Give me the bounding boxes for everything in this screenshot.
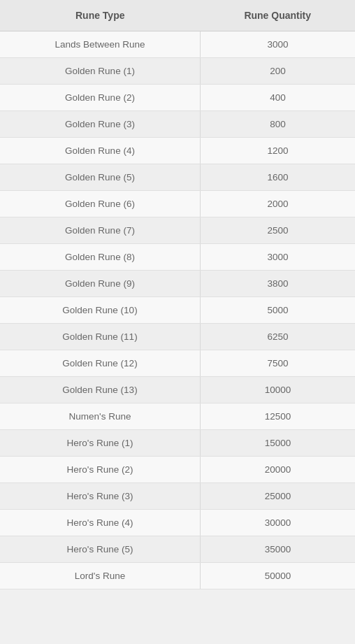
- rune-quantity-cell: 3000: [200, 31, 355, 58]
- rune-type-cell: Hero's Rune (5): [0, 536, 200, 563]
- rune-quantity-cell: 3800: [200, 271, 355, 297]
- rune-quantity-cell: 2000: [200, 191, 355, 217]
- rune-type-cell: Golden Rune (9): [0, 271, 200, 297]
- table-row: Lord's Rune50000: [0, 563, 355, 589]
- rune-quantity-cell: 50000: [200, 563, 355, 589]
- table-row: Golden Rune (9)3800: [0, 271, 355, 297]
- table-row: Golden Rune (6)2000: [0, 191, 355, 217]
- rune-table-container: Rune Type Rune Quantity Lands Between Ru…: [0, 0, 355, 589]
- rune-type-cell: Golden Rune (5): [0, 164, 200, 191]
- rune-quantity-cell: 20000: [200, 457, 355, 483]
- column-header-type: Rune Type: [0, 0, 200, 31]
- rune-type-cell: Golden Rune (13): [0, 377, 200, 403]
- rune-type-cell: Hero's Rune (4): [0, 510, 200, 536]
- column-header-quantity: Rune Quantity: [200, 0, 355, 31]
- rune-type-cell: Lands Between Rune: [0, 31, 200, 58]
- table-row: Golden Rune (12)7500: [0, 350, 355, 377]
- table-row: Hero's Rune (2)20000: [0, 457, 355, 483]
- header-row: Rune Type Rune Quantity: [0, 0, 355, 31]
- rune-quantity-cell: 15000: [200, 430, 355, 457]
- rune-quantity-cell: 200: [200, 58, 355, 85]
- rune-type-cell: Golden Rune (1): [0, 58, 200, 85]
- table-row: Golden Rune (5)1600: [0, 164, 355, 191]
- rune-type-cell: Golden Rune (3): [0, 111, 200, 138]
- rune-table: Rune Type Rune Quantity Lands Between Ru…: [0, 0, 355, 589]
- table-row: Hero's Rune (3)25000: [0, 483, 355, 510]
- rune-quantity-cell: 12500: [200, 403, 355, 430]
- rune-quantity-cell: 30000: [200, 510, 355, 536]
- rune-quantity-cell: 800: [200, 111, 355, 138]
- rune-quantity-cell: 1200: [200, 138, 355, 164]
- rune-type-cell: Lord's Rune: [0, 563, 200, 589]
- rune-quantity-cell: 5000: [200, 297, 355, 324]
- table-row: Golden Rune (1)200: [0, 58, 355, 85]
- rune-type-cell: Golden Rune (7): [0, 217, 200, 244]
- rune-type-cell: Golden Rune (6): [0, 191, 200, 217]
- rune-type-cell: Golden Rune (10): [0, 297, 200, 324]
- table-row: Hero's Rune (1)15000: [0, 430, 355, 457]
- table-row: Golden Rune (11)6250: [0, 324, 355, 350]
- rune-type-cell: Golden Rune (11): [0, 324, 200, 350]
- rune-type-cell: Hero's Rune (2): [0, 457, 200, 483]
- rune-type-cell: Hero's Rune (3): [0, 483, 200, 510]
- table-row: Golden Rune (7)2500: [0, 217, 355, 244]
- table-row: Hero's Rune (4)30000: [0, 510, 355, 536]
- table-row: Golden Rune (2)400: [0, 85, 355, 111]
- rune-quantity-cell: 400: [200, 85, 355, 111]
- rune-quantity-cell: 7500: [200, 350, 355, 377]
- table-row: Golden Rune (8)3000: [0, 244, 355, 271]
- rune-quantity-cell: 25000: [200, 483, 355, 510]
- rune-quantity-cell: 10000: [200, 377, 355, 403]
- rune-quantity-cell: 35000: [200, 536, 355, 563]
- table-row: Golden Rune (13)10000: [0, 377, 355, 403]
- table-row: Numen's Rune12500: [0, 403, 355, 430]
- table-header: Rune Type Rune Quantity: [0, 0, 355, 31]
- table-row: Golden Rune (10)5000: [0, 297, 355, 324]
- table-row: Hero's Rune (5)35000: [0, 536, 355, 563]
- rune-type-cell: Golden Rune (12): [0, 350, 200, 377]
- table-body: Lands Between Rune3000Golden Rune (1)200…: [0, 31, 355, 589]
- rune-type-cell: Hero's Rune (1): [0, 430, 200, 457]
- rune-type-cell: Numen's Rune: [0, 403, 200, 430]
- rune-quantity-cell: 3000: [200, 244, 355, 271]
- rune-quantity-cell: 1600: [200, 164, 355, 191]
- table-row: Golden Rune (4)1200: [0, 138, 355, 164]
- table-row: Lands Between Rune3000: [0, 31, 355, 58]
- rune-quantity-cell: 6250: [200, 324, 355, 350]
- rune-type-cell: Golden Rune (2): [0, 85, 200, 111]
- rune-quantity-cell: 2500: [200, 217, 355, 244]
- rune-type-cell: Golden Rune (8): [0, 244, 200, 271]
- rune-type-cell: Golden Rune (4): [0, 138, 200, 164]
- table-row: Golden Rune (3)800: [0, 111, 355, 138]
